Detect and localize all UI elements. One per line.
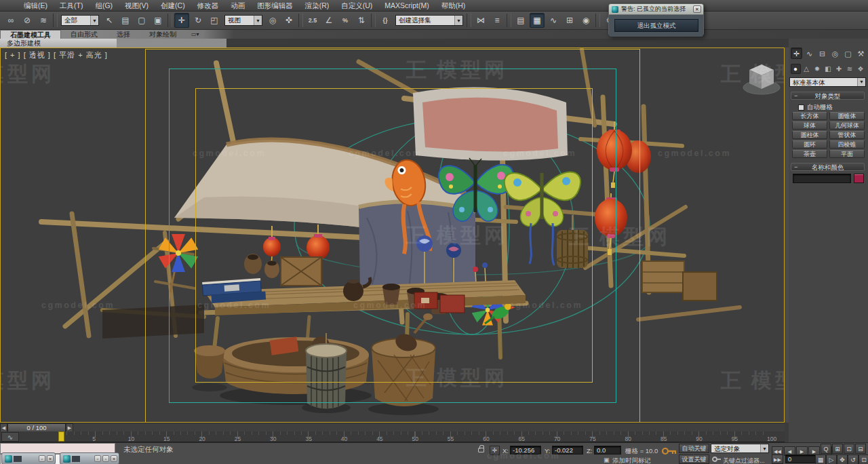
rollout-object-type[interactable]: − 对象类型 xyxy=(791,92,865,100)
edit-named-selections-icon[interactable]: {} xyxy=(378,13,393,28)
selection-region-icon[interactable]: ▢ xyxy=(134,13,149,28)
spinner-snap-icon[interactable]: ⇅ xyxy=(354,13,369,28)
menu-item[interactable]: 创建(C) xyxy=(155,0,191,12)
ribbon-tab-自由形式[interactable]: 自由形式 xyxy=(61,30,107,39)
object-color-swatch[interactable] xyxy=(854,174,864,183)
primitive-button-茶壶[interactable]: 茶壶 xyxy=(792,150,827,158)
field-of-view-icon[interactable]: ▦ xyxy=(815,455,826,464)
ribbon-panel-polygon-modeling[interactable]: 多边形建模 xyxy=(0,39,117,47)
close-icon[interactable]: ✕ xyxy=(111,455,117,462)
primitive-button-圆环[interactable]: 圆环 xyxy=(792,140,827,149)
perspective-viewport[interactable]: [ + ] [ 透视 ] [ 平滑 + 高光 ] 㠪模型网㠪模型网㠪模型网㠪模型… xyxy=(0,47,785,423)
motion-tab-icon[interactable]: ◎ xyxy=(829,47,841,59)
percent-snap-icon[interactable]: % xyxy=(338,13,353,28)
snap-toggle-icon[interactable]: 2.5 xyxy=(305,13,320,28)
shapes-icon[interactable]: △ xyxy=(802,64,812,74)
selection-set-dropdown[interactable]: 选定对象 ▼ xyxy=(711,444,769,453)
reference-coordinate-dropdown[interactable]: 视图▼ xyxy=(224,15,262,26)
schematic-view-icon[interactable]: ⊞ xyxy=(562,13,577,28)
space-warps-icon[interactable]: ≋ xyxy=(845,64,855,74)
systems-icon[interactable]: ❖ xyxy=(856,64,866,74)
primitive-button-圆锥体[interactable]: 圆锥体 xyxy=(829,112,865,120)
minimized-window-2[interactable]: ▫ ▫ ✕ xyxy=(60,452,119,464)
dialog-title-bar[interactable]: 警告: 已孤立的当前选择 ✕ xyxy=(609,4,703,15)
select-object-icon[interactable]: ↖ xyxy=(102,13,117,28)
primitive-button-长方体[interactable]: 长方体 xyxy=(792,112,827,120)
menu-item[interactable]: 编辑(E) xyxy=(18,0,54,12)
restore-icon[interactable]: ▫ xyxy=(102,455,109,462)
curve-editor-icon[interactable]: ∿ xyxy=(546,13,561,28)
maximize-viewport-icon[interactable]: ⊡ xyxy=(859,455,868,464)
current-frame-field[interactable]: 0 xyxy=(785,455,816,463)
ribbon-toggle-icon[interactable]: ▦ xyxy=(530,13,545,28)
primitive-button-平面[interactable]: 平面 xyxy=(829,150,865,158)
pan-icon[interactable]: ✥ xyxy=(837,455,848,464)
bind-to-space-warp-icon[interactable]: ≋ xyxy=(36,13,51,28)
unlink-selection-icon[interactable]: ⊘ xyxy=(20,13,35,28)
select-and-move-icon[interactable]: ✛ xyxy=(174,13,189,28)
menu-item[interactable]: 修改器 xyxy=(191,0,225,12)
minimized-window-1[interactable]: ▫ ✕ xyxy=(1,452,56,464)
select-and-scale-icon[interactable]: ◰ xyxy=(207,13,222,28)
utilities-tab-icon[interactable]: ⚒ xyxy=(855,47,867,59)
primitive-button-球体[interactable]: 球体 xyxy=(792,121,827,130)
primitive-button-几何球体[interactable]: 几何球体 xyxy=(829,121,865,130)
zoom-region-icon[interactable]: ⊟ xyxy=(855,444,866,454)
modify-tab-icon[interactable]: ∿ xyxy=(804,47,815,59)
object-name-field[interactable] xyxy=(793,174,851,183)
key-filters-button[interactable]: 关键点过滤器... xyxy=(723,457,765,464)
z-coordinate-field[interactable]: 0.0 xyxy=(594,446,621,455)
add-time-tag[interactable]: 添加时间标记 xyxy=(612,457,651,464)
ribbon-tab-对象绘制[interactable]: 对象绘制 xyxy=(140,30,186,39)
set-key-button[interactable]: 设置关键点 xyxy=(679,455,709,464)
primitive-button-圆柱体[interactable]: 圆柱体 xyxy=(792,131,827,139)
select-and-manipulate-icon[interactable]: ✜ xyxy=(281,13,296,28)
select-and-rotate-icon[interactable]: ↻ xyxy=(191,13,205,28)
close-icon[interactable]: ✕ xyxy=(693,5,701,13)
menu-item[interactable]: 自定义(U) xyxy=(335,0,378,12)
track-bar-ruler[interactable]: 5101520253035404550556065707580859095100 xyxy=(60,431,770,442)
ribbon-tab-选择[interactable]: 选择 xyxy=(107,30,140,39)
selection-lock-icon[interactable] xyxy=(478,448,484,452)
key-mode-toggle[interactable]: ▶▶ xyxy=(772,455,783,464)
geometry-icon[interactable]: ● xyxy=(791,64,801,74)
lights-icon[interactable]: ✸ xyxy=(812,64,823,74)
menu-item[interactable]: 动画 xyxy=(224,0,251,12)
play-selected-icon[interactable]: ▷ xyxy=(826,455,837,464)
menu-item[interactable]: 视图(V) xyxy=(119,0,155,12)
mirror-icon[interactable]: ⋈ xyxy=(473,13,488,28)
minimize-icon[interactable]: ▫ xyxy=(94,455,101,462)
close-icon[interactable]: ✕ xyxy=(47,455,54,462)
menu-item[interactable]: MAXScript(M) xyxy=(378,0,435,12)
mini-curve-editor-button[interactable]: ∿ xyxy=(1,432,19,442)
select-by-name-icon[interactable]: ▤ xyxy=(118,13,133,28)
zoom-extents-all-icon[interactable]: ⊞ xyxy=(832,444,843,454)
orbit-icon[interactable]: ↺ xyxy=(848,455,859,464)
zoom-icon[interactable]: Q xyxy=(821,444,831,454)
set-keys-icon[interactable] xyxy=(712,456,722,463)
current-frame-marker[interactable] xyxy=(58,431,64,442)
ribbon-overflow-icon[interactable]: ▭▾ xyxy=(186,30,205,39)
restore-icon[interactable]: ▫ xyxy=(39,455,45,462)
use-pivot-center-icon[interactable]: ◎ xyxy=(265,13,280,28)
zoom-extents-icon[interactable]: ⊡ xyxy=(844,444,854,454)
named-selection-sets-dropdown[interactable]: 创建选择集▼ xyxy=(395,15,463,26)
primitive-category-dropdown[interactable]: 标准基本体 ▼ xyxy=(789,77,866,87)
menu-item[interactable]: 帮助(H) xyxy=(435,0,472,12)
create-tab-icon[interactable]: ✛ xyxy=(791,47,802,59)
viewport-label[interactable]: [ + ] [ 透视 ] [ 平滑 + 高光 ] xyxy=(5,50,108,60)
track-bar[interactable]: ∿ 51015202530354045505560657075808590951… xyxy=(0,431,785,442)
window-crossing-icon[interactable]: ▣ xyxy=(151,13,165,28)
menu-item[interactable]: 工具(T) xyxy=(54,0,89,12)
display-tab-icon[interactable]: ▢ xyxy=(842,47,854,59)
auto-key-button[interactable]: 自动关键点 xyxy=(679,444,709,453)
ribbon-tab-石墨建模工具[interactable]: 石墨建模工具 xyxy=(0,30,61,39)
menu-item[interactable]: 图形编辑器 xyxy=(251,0,299,12)
autogrid-checkbox[interactable] xyxy=(798,104,804,111)
exit-isolation-button[interactable]: 退出孤立模式 xyxy=(614,19,698,32)
angle-snap-icon[interactable]: ∠ xyxy=(321,13,336,28)
hierarchy-tab-icon[interactable]: ⊟ xyxy=(816,47,828,59)
selection-filter-dropdown[interactable]: 全部▼ xyxy=(61,15,99,26)
material-editor-icon[interactable]: ◉ xyxy=(578,13,593,28)
menu-item[interactable]: 渲染(R) xyxy=(299,0,336,12)
